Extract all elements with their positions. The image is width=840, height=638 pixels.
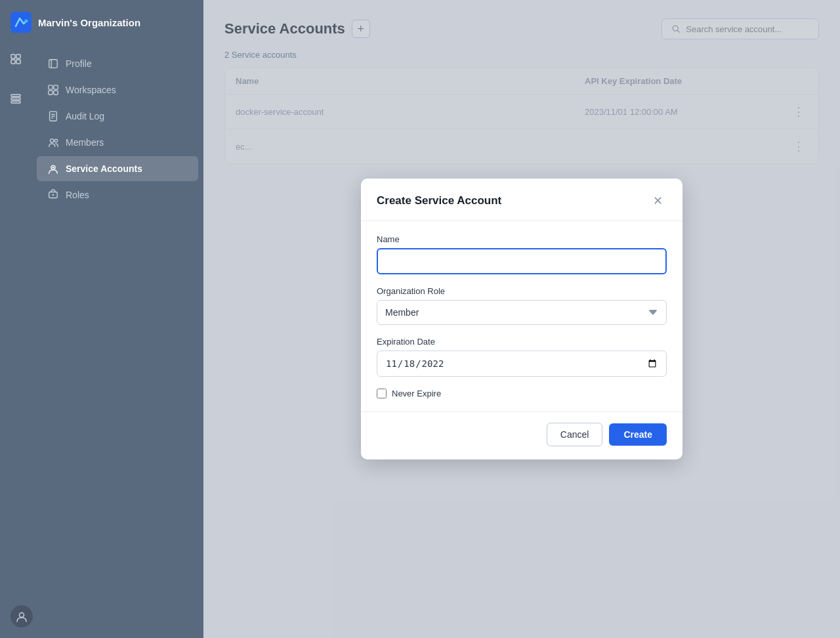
modal-title: Create Service Account	[377, 194, 501, 207]
modal-close-button[interactable]: ✕	[648, 192, 667, 210]
modal-footer: Cancel Create	[361, 412, 682, 459]
svg-rect-13	[49, 91, 52, 95]
svg-rect-6	[11, 95, 20, 96]
profile-icon	[47, 58, 59, 70]
org-role-label: Organization Role	[377, 286, 667, 296]
svg-rect-0	[10, 12, 32, 33]
never-expire-label[interactable]: Never Expire	[392, 389, 441, 398]
sidebar: Marvin's Organization Profile Workspaces…	[0, 0, 203, 638]
svg-rect-11	[49, 85, 52, 89]
modal-header: Create Service Account ✕	[361, 179, 682, 221]
main-inner: Service Accounts + 2 Service accounts Na…	[203, 0, 840, 638]
never-expire-checkbox[interactable]	[377, 389, 387, 398]
svg-point-22	[52, 167, 54, 169]
name-input[interactable]	[377, 248, 667, 274]
svg-point-1	[25, 20, 28, 23]
svg-rect-2	[11, 54, 15, 58]
modal-body: Name Organization Role Member Admin View…	[361, 221, 682, 412]
svg-rect-4	[11, 60, 15, 64]
org-role-field-group: Organization Role Member Admin Viewer	[377, 286, 667, 325]
svg-rect-8	[11, 101, 20, 103]
expiration-label: Expiration Date	[377, 337, 667, 347]
sidebar-bottom	[0, 595, 203, 638]
modal-overlay: Create Service Account ✕ Name Organizati…	[203, 0, 840, 638]
dashboard-icon-btn[interactable]	[4, 47, 28, 71]
create-service-account-modal: Create Service Account ✕ Name Organizati…	[361, 179, 682, 459]
app-logo	[10, 12, 32, 33]
org-role-select[interactable]: Member Admin Viewer	[377, 300, 667, 325]
audit-log-icon	[47, 110, 59, 122]
svg-rect-5	[16, 60, 20, 64]
sidebar-item-audit-log[interactable]: Audit Log	[37, 104, 198, 129]
svg-rect-7	[11, 98, 20, 100]
main-content: Service Accounts + 2 Service accounts Na…	[203, 0, 840, 638]
sidebar-item-workspaces[interactable]: Workspaces	[37, 77, 198, 102]
list-icon-btn[interactable]	[4, 87, 28, 110]
service-accounts-icon	[47, 163, 59, 175]
sidebar-item-profile[interactable]: Profile	[37, 51, 198, 76]
workspaces-icon	[47, 84, 59, 96]
svg-point-24	[52, 194, 54, 196]
expiration-date-group: Expiration Date	[377, 337, 667, 377]
cancel-button[interactable]: Cancel	[547, 423, 603, 446]
sidebar-item-service-accounts[interactable]: Service Accounts	[37, 156, 198, 181]
sidebar-header: Marvin's Organization	[0, 0, 203, 45]
members-icon	[47, 137, 59, 148]
svg-point-25	[20, 613, 24, 618]
sidebar-nav: Profile Workspaces Audit Log Members Ser…	[0, 45, 203, 595]
name-field-group: Name	[377, 234, 667, 274]
sidebar-item-roles[interactable]: Roles	[37, 182, 198, 207]
sidebar-item-members[interactable]: Members	[37, 130, 198, 155]
svg-point-19	[51, 139, 54, 142]
svg-rect-12	[54, 85, 58, 89]
name-label: Name	[377, 234, 667, 244]
roles-icon	[47, 189, 59, 201]
svg-rect-3	[16, 54, 20, 58]
org-name: Marvin's Organization	[38, 17, 140, 28]
user-avatar[interactable]	[10, 605, 33, 627]
svg-point-20	[54, 139, 58, 142]
svg-rect-9	[49, 60, 58, 68]
sidebar-icon-column	[0, 42, 32, 110]
svg-rect-14	[54, 91, 58, 95]
create-button[interactable]: Create	[609, 423, 667, 446]
expiration-date-input[interactable]	[377, 351, 667, 377]
never-expire-row: Never Expire	[377, 389, 667, 398]
